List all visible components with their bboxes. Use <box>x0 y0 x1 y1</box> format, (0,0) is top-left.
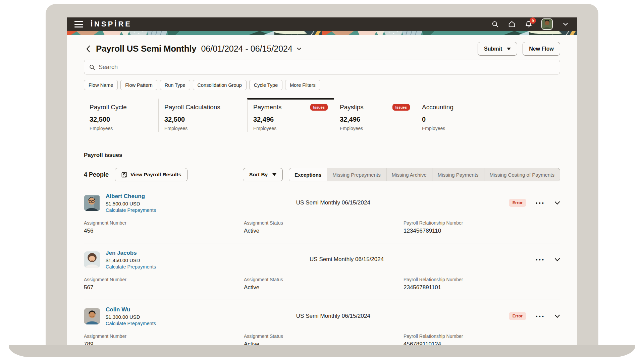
stage-count: 32,500 <box>90 116 152 123</box>
issues-badge: Issues <box>310 104 328 111</box>
payroll-relationship-number-label: Payroll Relationship Number <box>404 334 560 339</box>
profile-chevron-down-icon[interactable] <box>561 20 570 28</box>
view-payroll-results-button[interactable]: View Payroll Results <box>115 168 187 181</box>
stage-count: 32,496 <box>253 116 328 123</box>
assignment-status-label: Assignment Status <box>244 277 404 282</box>
filter-chip-consolidation-group[interactable]: Consolidation Group <box>193 80 247 90</box>
assignment-status-label: Assignment Status <box>244 220 404 226</box>
employee-name-link[interactable]: Colin Wu <box>106 306 156 313</box>
calculate-prepayments-link[interactable]: Calculate Prepayments <box>106 321 156 326</box>
stage-payroll-calculations[interactable]: Payroll Calculations 32,500 Employees <box>158 98 247 132</box>
employee-name-link[interactable]: Albert Cheung <box>106 193 156 200</box>
calculate-prepayments-link[interactable]: Calculate Prepayments <box>106 264 156 269</box>
stage-label: Payroll Calculations <box>164 104 220 111</box>
stage-sublabel: Employees <box>253 126 328 131</box>
stage-payroll-cycle[interactable]: Payroll Cycle 32,500 Employees <box>84 98 158 132</box>
stage-sublabel: Employees <box>422 126 554 131</box>
payroll-relationship-number-label: Payroll Relationship Number <box>404 277 560 282</box>
payroll-relationship-number-value: 234567891101 <box>404 284 560 291</box>
issue-type-tabs: Exceptions Missing Prepayments Missing A… <box>289 168 560 181</box>
overflow-menu-icon[interactable]: ••• <box>536 257 545 262</box>
people-count: 4 People <box>84 171 109 178</box>
stage-count: 32,496 <box>340 116 410 123</box>
date-chevron-down-icon[interactable] <box>297 47 302 50</box>
submit-button[interactable]: Submit <box>478 42 517 56</box>
stage-payments[interactable]: Payments Issues 32,496 Employees <box>247 98 334 132</box>
stage-label: Payslips <box>340 104 364 111</box>
stage-sublabel: Employees <box>164 126 241 131</box>
stage-count: 32,500 <box>164 116 241 123</box>
search-icon[interactable] <box>491 20 499 28</box>
filter-chip-flow-name[interactable]: Flow Name <box>84 80 118 90</box>
stage-sublabel: Employees <box>90 126 152 131</box>
filter-chip-cycle-type[interactable]: Cycle Type <box>249 80 282 90</box>
stage-label: Payments <box>253 104 281 111</box>
employee-flow-name: US Semi Monthly 06/15/2024 <box>158 199 509 206</box>
employee-name-link[interactable]: Jen Jacobs <box>106 250 156 256</box>
filter-chip-more-filters[interactable]: More Filters <box>285 80 320 90</box>
assignment-status-value: Active <box>244 228 404 234</box>
notification-count-badge: 9 <box>530 17 536 24</box>
tab-missing-costing-of-payments[interactable]: Missing Costing of Payments <box>484 168 560 181</box>
stage-label: Payroll Cycle <box>90 104 127 111</box>
assignment-number-value: 456 <box>84 228 244 234</box>
submit-caret-down-icon <box>507 48 511 50</box>
employee-flow-name: US Semi Monthly 06/15/2024 <box>158 256 536 263</box>
new-flow-button[interactable]: New Flow <box>523 42 560 56</box>
overflow-menu-icon[interactable]: ••• <box>536 200 545 206</box>
row-expand-chevron-icon[interactable] <box>554 258 560 261</box>
payroll-stages: Payroll Cycle 32,500 Employees Payroll C… <box>84 98 560 132</box>
global-header: İNSPİRE 9 <box>67 17 577 31</box>
payroll-relationship-number-label: Payroll Relationship Number <box>404 220 560 226</box>
view-payroll-results-label: View Payroll Results <box>130 172 181 178</box>
stage-payslips[interactable]: Payslips Issues 32,496 Employees <box>334 98 416 132</box>
person-badge-icon <box>121 172 127 178</box>
error-badge: Error <box>509 312 527 320</box>
search-bar <box>84 60 560 74</box>
stage-accounting[interactable]: Accounting 0 Employees <box>416 98 560 132</box>
employee-row-colin-wu: Colin Wu $1,300.00 USD Calculate Prepaym… <box>84 300 560 349</box>
row-expand-chevron-icon[interactable] <box>554 201 560 205</box>
home-icon[interactable] <box>508 20 516 28</box>
app-screen: İNSPİRE 9 <box>67 17 577 349</box>
assignment-number-value: 567 <box>84 284 244 291</box>
app-logo: İNSPİRE <box>91 20 132 28</box>
issues-badge: Issues <box>392 104 410 111</box>
calculate-prepayments-link[interactable]: Calculate Prepayments <box>106 207 156 213</box>
employee-avatar <box>84 251 100 268</box>
new-flow-button-label: New Flow <box>529 46 554 52</box>
assignment-number-label: Assignment Number <box>84 277 244 282</box>
filter-chip-run-type[interactable]: Run Type <box>160 80 190 90</box>
employee-avatar <box>84 308 100 324</box>
sort-caret-down-icon <box>272 173 276 176</box>
user-avatar[interactable] <box>541 18 553 30</box>
assignment-number-label: Assignment Number <box>84 220 244 226</box>
overflow-menu-icon[interactable]: ••• <box>536 313 545 319</box>
issues-controls-row: 4 People View Payroll Results Sort By <box>84 168 560 181</box>
page-header-row: Payroll US Semi Monthly 06/01/2024 - 06/… <box>84 42 560 56</box>
employee-row-jen-jacobs: Jen Jacobs $1,450.00 USD Calculate Prepa… <box>84 243 560 300</box>
assignment-status-label: Assignment Status <box>244 334 404 339</box>
stage-sublabel: Employees <box>340 126 410 131</box>
page-title: Payroll US Semi Monthly <box>96 44 196 54</box>
assignment-number-label: Assignment Number <box>84 334 244 339</box>
decorative-banner <box>67 31 577 35</box>
row-expand-chevron-icon[interactable] <box>554 314 560 318</box>
tab-missing-payments[interactable]: Missing Payments <box>432 168 484 181</box>
employee-list: Albert Cheung $1,500.00 USD Calculate Pr… <box>84 187 560 349</box>
search-field-icon <box>89 64 95 70</box>
search-input[interactable] <box>99 64 555 71</box>
tab-missing-prepayments[interactable]: Missing Prepayments <box>327 168 386 181</box>
tab-missing-archive[interactable]: Missing Archive <box>386 168 432 181</box>
notifications-bell-icon[interactable]: 9 <box>525 20 533 28</box>
back-icon[interactable] <box>84 45 93 53</box>
filter-chip-flow-pattern[interactable]: Flow Pattern <box>120 80 157 90</box>
sort-by-button[interactable]: Sort By <box>243 168 283 181</box>
employee-amount: $1,500.00 USD <box>106 201 156 206</box>
employee-avatar <box>84 195 100 211</box>
tab-exceptions[interactable]: Exceptions <box>289 168 327 181</box>
hamburger-menu-icon[interactable] <box>74 21 83 27</box>
submit-button-label: Submit <box>484 46 502 52</box>
error-badge: Error <box>509 199 527 207</box>
employee-amount: $1,450.00 USD <box>106 257 156 263</box>
